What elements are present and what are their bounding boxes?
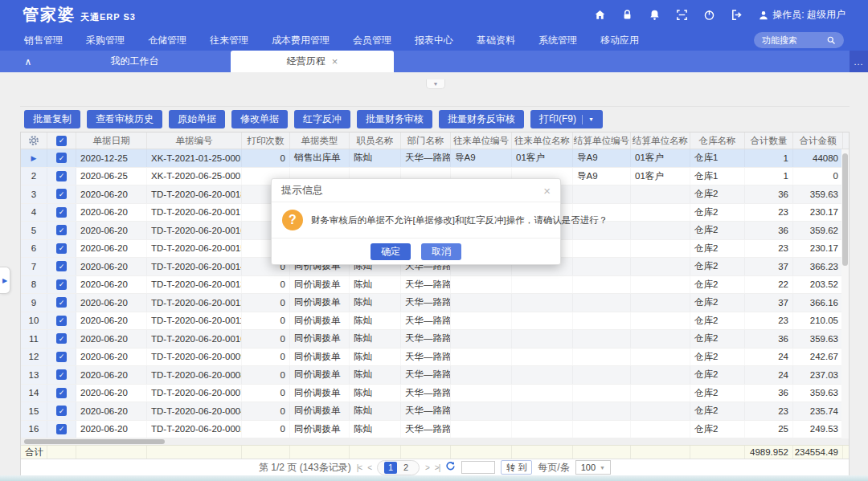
toolbar-button-批量财务审核[interactable]: 批量财务审核 (357, 110, 432, 128)
vertical-scrollbar[interactable] (841, 149, 849, 438)
tab-overflow-button[interactable]: ... (850, 51, 868, 72)
select-all-checkbox[interactable]: ✓ (56, 136, 67, 146)
header-cell-单据编号[interactable]: 单据编号 (147, 132, 242, 149)
header-cell-结算单位编号[interactable]: 结算单位编号 (573, 132, 631, 149)
per-page-select[interactable]: 100 ▼ (575, 460, 611, 475)
cancel-button[interactable]: 取消 (421, 243, 461, 260)
row-checkbox[interactable]: ✓ (56, 333, 67, 344)
cell-往来单位编号 (451, 421, 512, 438)
table-row[interactable]: 14✓2020-06-20TD-T-2020-06-20-00070同价调拨单陈… (21, 385, 849, 403)
menu-item-往来管理[interactable]: 往来管理 (210, 34, 248, 47)
menu-item-仓储管理[interactable]: 仓储管理 (148, 34, 186, 47)
menu-item-成本费用管理[interactable]: 成本费用管理 (272, 34, 330, 47)
logout-icon[interactable] (731, 9, 743, 21)
refresh-icon[interactable] (445, 461, 456, 474)
table-row[interactable]: 16✓2020-06-20TD-T-2020-06-20-00020同价调拨单陈… (21, 421, 849, 439)
row-checkbox[interactable]: ✓ (56, 189, 67, 199)
row-checkbox[interactable]: ✓ (56, 297, 67, 308)
cell-合计金额: 359.63 (793, 330, 843, 348)
row-checkbox[interactable]: ✓ (56, 279, 67, 290)
table-row[interactable]: 13✓2020-06-20TD-T-2020-06-20-00080同价调拨单陈… (21, 366, 849, 385)
power-icon[interactable] (703, 9, 715, 21)
row-checkbox[interactable]: ✓ (56, 369, 67, 380)
goto-page-button[interactable]: 转 到 (501, 460, 532, 475)
cell-职员名称: 陈灿 (350, 276, 401, 294)
row-index-cell: 15 (21, 402, 47, 420)
page-button-2[interactable]: 2 (399, 462, 412, 474)
last-page-icon[interactable]: >| (435, 463, 440, 472)
row-checkbox[interactable]: ✓ (56, 352, 67, 362)
ok-button[interactable]: 确定 (371, 243, 411, 260)
home-icon[interactable] (594, 9, 606, 21)
row-checkbox[interactable]: ✓ (56, 207, 67, 218)
header-cell-结算单位名称[interactable]: 结算单位名称 (631, 132, 690, 149)
row-checkbox[interactable]: ✓ (56, 243, 67, 254)
next-page-icon[interactable]: > (425, 463, 429, 472)
toolbar-button-原始单据[interactable]: 原始单据 (169, 110, 225, 128)
menu-item-销售管理[interactable]: 销售管理 (24, 34, 63, 47)
toolbar-button-批量财务反审核[interactable]: 批量财务反审核 (439, 110, 524, 128)
close-icon[interactable]: × (543, 184, 551, 198)
table-row[interactable]: 11✓2020-06-20TD-T-2020-06-20-00100同价调拨单陈… (21, 330, 849, 349)
header-cell-单据日期[interactable]: 单据日期 (76, 132, 147, 149)
horizontal-scrollbar[interactable] (21, 438, 849, 445)
vertical-scrollbar-thumb[interactable] (842, 153, 848, 266)
page-button-1[interactable]: 1 (384, 462, 397, 474)
header-cell-打印次数[interactable]: 打印次数 (242, 132, 290, 149)
row-checkbox[interactable]: ✓ (56, 225, 67, 235)
header-cell-职员名称[interactable]: 职员名称 (350, 132, 401, 149)
toolbar-button-批量复制[interactable]: 批量复制 (24, 110, 80, 128)
header-cell-往来单位编号[interactable]: 往来单位编号 (451, 132, 512, 149)
tab-my-workspace[interactable]: 我的工作台 (44, 51, 225, 72)
chevron-up-icon[interactable]: ∧ (16, 51, 40, 72)
cell-职员名称: 陈灿 (350, 349, 401, 366)
menu-item-采购管理[interactable]: 采购管理 (86, 34, 125, 47)
row-checkbox[interactable]: ✓ (56, 171, 67, 181)
scan-icon[interactable] (676, 9, 688, 21)
bell-icon[interactable] (649, 9, 661, 21)
tab-business-history[interactable]: 经营历程 × (231, 51, 394, 72)
goto-page-input[interactable] (461, 461, 495, 474)
cell-结算单位编号: 导A9 (573, 149, 631, 167)
side-panel-toggle[interactable]: ▶ (0, 267, 10, 294)
function-search-input[interactable]: 功能搜索 (754, 32, 844, 48)
row-checkbox[interactable]: ✓ (56, 406, 67, 416)
header-cell-部门名称[interactable]: 部门名称 (401, 132, 451, 149)
cell-部门名称: 天华—路路… (401, 402, 451, 420)
header-cell-合计金额[interactable]: 合计金额 (793, 132, 843, 149)
table-row[interactable]: 9✓2020-06-20TD-T-2020-06-20-00120同价调拨单陈灿… (21, 294, 849, 312)
menu-item-移动应用[interactable]: 移动应用 (600, 34, 639, 47)
cell-往来单位名称 (512, 421, 573, 438)
close-icon[interactable]: × (332, 55, 338, 67)
header-cell-合计数量[interactable]: 合计数量 (745, 132, 793, 149)
table-row[interactable]: 10✓2020-06-20TD-T-2020-06-20-00110同价调拨单陈… (21, 312, 849, 331)
prev-page-icon[interactable]: < (367, 463, 371, 472)
toolbar-button-修改单据[interactable]: 修改单据 (231, 110, 288, 128)
print-button[interactable]: 打印(F9) ▼ (530, 110, 603, 128)
horizontal-scrollbar-thumb[interactable] (24, 439, 165, 444)
menu-item-报表中心[interactable]: 报表中心 (415, 34, 453, 47)
column-settings-gear-icon[interactable] (21, 132, 47, 149)
toolbar-button-红字反冲[interactable]: 红字反冲 (294, 110, 350, 128)
row-checkbox[interactable]: ✓ (56, 316, 67, 326)
table-row[interactable]: 15✓2020-06-20TD-T-2020-06-20-00040同价调拨单陈… (21, 402, 849, 421)
row-checkbox[interactable]: ✓ (56, 153, 67, 163)
header-cell-仓库名称[interactable]: 仓库名称 (690, 132, 745, 149)
lock-icon[interactable] (621, 9, 633, 21)
table-row[interactable]: ▶✓2020-12-25XK-T-2021-01-25-00010销售出库单陈灿… (21, 149, 849, 168)
first-page-icon[interactable]: |< (357, 463, 362, 472)
menu-item-基础资料[interactable]: 基础资料 (477, 34, 515, 47)
cell-结算单位编号 (573, 258, 631, 275)
row-checkbox[interactable]: ✓ (56, 261, 67, 271)
menu-item-会员管理[interactable]: 会员管理 (353, 34, 391, 47)
table-row[interactable]: 8✓2020-06-20TD-T-2020-06-20-00130同价调拨单陈灿… (21, 276, 849, 295)
header-cell-往来单位名称[interactable]: 往来单位名称 (512, 132, 573, 149)
header-cell-单据类型[interactable]: 单据类型 (290, 132, 350, 149)
row-checkbox[interactable]: ✓ (56, 388, 67, 398)
row-checkbox[interactable]: ✓ (56, 424, 67, 434)
toolbar-button-查看审核历史[interactable]: 查看审核历史 (87, 110, 162, 128)
menu-item-系统管理[interactable]: 系统管理 (538, 34, 577, 47)
filter-collapse-handle[interactable]: ▼ (426, 79, 445, 89)
table-row[interactable]: 12✓2020-06-20TD-T-2020-06-20-00090同价调拨单陈… (21, 349, 849, 367)
row-checkbox-cell: ✓ (47, 366, 76, 384)
